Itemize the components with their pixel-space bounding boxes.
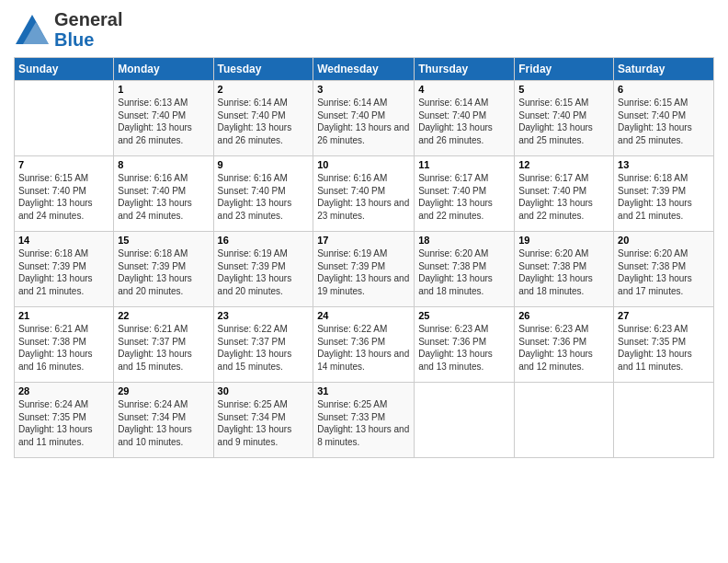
calendar-cell: 29Sunrise: 6:24 AMSunset: 7:34 PMDayligh… <box>114 383 213 458</box>
day-info: Sunrise: 6:23 AMSunset: 7:35 PMDaylight:… <box>618 323 710 373</box>
day-number: 18 <box>418 235 510 246</box>
day-info: Sunrise: 6:16 AMSunset: 7:40 PMDaylight:… <box>118 172 209 222</box>
calendar-cell <box>415 383 515 458</box>
calendar-cell: 28Sunrise: 6:24 AMSunset: 7:35 PMDayligh… <box>15 383 114 458</box>
day-number: 31 <box>317 385 410 396</box>
day-number: 14 <box>18 235 109 246</box>
calendar-cell: 27Sunrise: 6:23 AMSunset: 7:35 PMDayligh… <box>614 307 714 383</box>
day-number: 4 <box>418 84 510 95</box>
calendar-cell: 24Sunrise: 6:22 AMSunset: 7:36 PMDayligh… <box>313 307 415 383</box>
logo-name: General <box>54 9 122 29</box>
calendar-cell: 26Sunrise: 6:23 AMSunset: 7:36 PMDayligh… <box>515 307 614 383</box>
calendar-cell: 8Sunrise: 6:16 AMSunset: 7:40 PMDaylight… <box>114 156 213 232</box>
day-number: 24 <box>317 310 410 321</box>
calendar-table: SundayMondayTuesdayWednesdayThursdayFrid… <box>14 57 714 458</box>
calendar-header-row: SundayMondayTuesdayWednesdayThursdayFrid… <box>15 58 714 81</box>
calendar-cell: 17Sunrise: 6:19 AMSunset: 7:39 PMDayligh… <box>313 232 415 307</box>
day-number: 13 <box>618 159 710 170</box>
calendar-cell: 23Sunrise: 6:22 AMSunset: 7:37 PMDayligh… <box>213 307 313 383</box>
calendar-cell: 16Sunrise: 6:19 AMSunset: 7:39 PMDayligh… <box>213 232 313 307</box>
day-number: 10 <box>317 159 410 170</box>
calendar-cell <box>614 383 714 458</box>
day-number: 1 <box>118 84 209 95</box>
day-number: 11 <box>418 159 510 170</box>
day-info: Sunrise: 6:25 AMSunset: 7:33 PMDaylight:… <box>317 398 410 448</box>
calendar-week-row: 28Sunrise: 6:24 AMSunset: 7:35 PMDayligh… <box>15 383 714 458</box>
day-info: Sunrise: 6:14 AMSunset: 7:40 PMDaylight:… <box>218 97 310 146</box>
calendar-cell: 30Sunrise: 6:25 AMSunset: 7:34 PMDayligh… <box>213 383 313 458</box>
day-info: Sunrise: 6:21 AMSunset: 7:37 PMDaylight:… <box>118 323 209 373</box>
day-number: 9 <box>218 159 310 170</box>
day-info: Sunrise: 6:14 AMSunset: 7:40 PMDaylight:… <box>317 97 410 146</box>
calendar-cell: 15Sunrise: 6:18 AMSunset: 7:39 PMDayligh… <box>114 232 213 307</box>
day-info: Sunrise: 6:18 AMSunset: 7:39 PMDaylight:… <box>118 247 209 297</box>
day-info: Sunrise: 6:18 AMSunset: 7:39 PMDaylight:… <box>618 172 710 222</box>
day-number: 15 <box>118 235 209 246</box>
header-cell-monday: Monday <box>114 58 213 81</box>
calendar-cell: 6Sunrise: 6:15 AMSunset: 7:40 PMDaylight… <box>614 81 714 156</box>
calendar-week-row: 1Sunrise: 6:13 AMSunset: 7:40 PMDaylight… <box>15 81 714 156</box>
logo-icon <box>14 13 51 46</box>
calendar-body: 1Sunrise: 6:13 AMSunset: 7:40 PMDaylight… <box>15 81 714 458</box>
logo-wrapper: General Blue <box>14 9 122 50</box>
day-number: 30 <box>218 385 310 396</box>
day-info: Sunrise: 6:22 AMSunset: 7:36 PMDaylight:… <box>317 323 410 373</box>
day-info: Sunrise: 6:24 AMSunset: 7:35 PMDaylight:… <box>18 398 109 448</box>
day-info: Sunrise: 6:23 AMSunset: 7:36 PMDaylight:… <box>418 323 510 373</box>
day-number: 7 <box>18 159 109 170</box>
calendar-cell: 21Sunrise: 6:21 AMSunset: 7:38 PMDayligh… <box>15 307 114 383</box>
logo: General Blue <box>14 9 122 50</box>
day-info: Sunrise: 6:16 AMSunset: 7:40 PMDaylight:… <box>218 172 310 222</box>
day-number: 6 <box>618 84 710 95</box>
calendar-cell: 20Sunrise: 6:20 AMSunset: 7:38 PMDayligh… <box>614 232 714 307</box>
day-number: 29 <box>118 385 209 396</box>
day-info: Sunrise: 6:19 AMSunset: 7:39 PMDaylight:… <box>317 247 410 297</box>
header-cell-thursday: Thursday <box>415 58 515 81</box>
calendar-cell: 3Sunrise: 6:14 AMSunset: 7:40 PMDaylight… <box>313 81 415 156</box>
day-number: 22 <box>118 310 209 321</box>
day-info: Sunrise: 6:16 AMSunset: 7:40 PMDaylight:… <box>317 172 410 222</box>
day-number: 17 <box>317 235 410 246</box>
header-cell-saturday: Saturday <box>614 58 714 81</box>
calendar-cell: 7Sunrise: 6:15 AMSunset: 7:40 PMDaylight… <box>15 156 114 232</box>
day-info: Sunrise: 6:21 AMSunset: 7:38 PMDaylight:… <box>18 323 109 373</box>
day-number: 16 <box>218 235 310 246</box>
day-info: Sunrise: 6:17 AMSunset: 7:40 PMDaylight:… <box>418 172 510 222</box>
header-cell-friday: Friday <box>515 58 614 81</box>
calendar-week-row: 21Sunrise: 6:21 AMSunset: 7:38 PMDayligh… <box>15 307 714 383</box>
day-number: 23 <box>218 310 310 321</box>
calendar-cell: 14Sunrise: 6:18 AMSunset: 7:39 PMDayligh… <box>15 232 114 307</box>
day-number: 20 <box>618 235 710 246</box>
calendar-cell: 19Sunrise: 6:20 AMSunset: 7:38 PMDayligh… <box>515 232 614 307</box>
day-number: 21 <box>18 310 109 321</box>
calendar-cell: 13Sunrise: 6:18 AMSunset: 7:39 PMDayligh… <box>614 156 714 232</box>
day-info: Sunrise: 6:15 AMSunset: 7:40 PMDaylight:… <box>618 97 710 146</box>
header-cell-wednesday: Wednesday <box>313 58 415 81</box>
day-info: Sunrise: 6:18 AMSunset: 7:39 PMDaylight:… <box>18 247 109 297</box>
day-number: 2 <box>218 84 310 95</box>
day-number: 19 <box>518 235 609 246</box>
day-info: Sunrise: 6:15 AMSunset: 7:40 PMDaylight:… <box>18 172 109 222</box>
logo-text-block: General Blue <box>54 9 122 50</box>
day-info: Sunrise: 6:20 AMSunset: 7:38 PMDaylight:… <box>518 247 609 297</box>
calendar-cell <box>515 383 614 458</box>
calendar-cell: 12Sunrise: 6:17 AMSunset: 7:40 PMDayligh… <box>515 156 614 232</box>
day-info: Sunrise: 6:19 AMSunset: 7:39 PMDaylight:… <box>218 247 310 297</box>
header: General Blue <box>14 9 714 50</box>
calendar-cell: 2Sunrise: 6:14 AMSunset: 7:40 PMDaylight… <box>213 81 313 156</box>
calendar-cell: 4Sunrise: 6:14 AMSunset: 7:40 PMDaylight… <box>415 81 515 156</box>
calendar-cell: 18Sunrise: 6:20 AMSunset: 7:38 PMDayligh… <box>415 232 515 307</box>
day-info: Sunrise: 6:15 AMSunset: 7:40 PMDaylight:… <box>518 97 609 146</box>
day-number: 5 <box>518 84 609 95</box>
calendar-cell: 31Sunrise: 6:25 AMSunset: 7:33 PMDayligh… <box>313 383 415 458</box>
calendar-cell: 5Sunrise: 6:15 AMSunset: 7:40 PMDaylight… <box>515 81 614 156</box>
day-info: Sunrise: 6:20 AMSunset: 7:38 PMDaylight:… <box>418 247 510 297</box>
day-number: 3 <box>317 84 410 95</box>
day-number: 25 <box>418 310 510 321</box>
calendar-cell: 11Sunrise: 6:17 AMSunset: 7:40 PMDayligh… <box>415 156 515 232</box>
day-number: 27 <box>618 310 710 321</box>
logo-blue-text: Blue <box>54 29 122 50</box>
day-info: Sunrise: 6:24 AMSunset: 7:34 PMDaylight:… <box>118 398 209 448</box>
header-cell-sunday: Sunday <box>15 58 114 81</box>
day-info: Sunrise: 6:13 AMSunset: 7:40 PMDaylight:… <box>118 97 209 146</box>
